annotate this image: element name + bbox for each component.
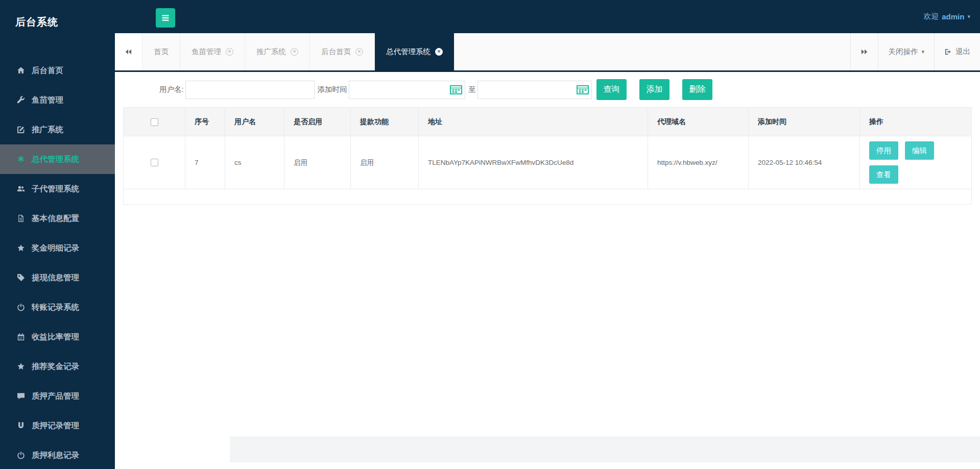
date-from-input[interactable] bbox=[349, 81, 465, 99]
sidebar-item-label: 质押记录管理 bbox=[32, 421, 79, 431]
magnet-icon bbox=[17, 422, 26, 430]
sidebar-item-promotion-system[interactable]: 推广系统 bbox=[0, 115, 115, 144]
column-header-username: 用户名 bbox=[225, 108, 284, 136]
username-filter-label: 用户名: bbox=[159, 85, 184, 94]
row-checkbox[interactable] bbox=[151, 159, 158, 166]
tab-close-icon[interactable]: ✕ bbox=[226, 48, 233, 56]
tabbar: 首页 鱼苗管理 ✕ 推广系统 ✕ 后台首页 ✕ 总代管理系统 ✕ bbox=[115, 33, 980, 72]
comment-icon bbox=[17, 392, 26, 401]
cell-domain: https://v.hbweb.xyz/ bbox=[648, 136, 749, 189]
welcome-user-dropdown[interactable]: 欢迎 admin ▾ bbox=[923, 0, 970, 33]
table-row: 7 cs 启用 启用 TLENbAYp7KAPiNWRBwXFwMfhvDK3D… bbox=[124, 136, 972, 189]
asterisk-icon bbox=[17, 155, 26, 164]
delete-button[interactable]: 删除 bbox=[682, 79, 712, 100]
tab-label: 鱼苗管理 bbox=[192, 47, 221, 57]
double-left-icon bbox=[125, 48, 132, 56]
power-icon bbox=[17, 451, 26, 460]
sidebar-item-general-agent-system[interactable]: 总代管理系统 bbox=[0, 144, 115, 174]
tab-close-icon[interactable]: ✕ bbox=[291, 48, 298, 56]
calendar-picker-icon[interactable] bbox=[450, 85, 462, 94]
double-right-icon bbox=[861, 48, 868, 56]
column-header-domain: 代理域名 bbox=[648, 108, 749, 136]
logout-button[interactable]: 退出 bbox=[934, 33, 980, 70]
edit-icon bbox=[17, 126, 26, 134]
sidebar-item-label: 质押产品管理 bbox=[32, 391, 79, 402]
sidebar-item-withdrawal-info[interactable]: 提现信息管理 bbox=[0, 263, 115, 292]
cell-address: TLENbAYp7KAPiNWRBwXFwMfhvDK3DcUe8d bbox=[419, 136, 648, 189]
tab-label: 推广系统 bbox=[256, 47, 286, 57]
username-input[interactable] bbox=[185, 81, 315, 99]
table-header-row: 序号 用户名 是否启用 提款功能 地址 代理域名 添加时间 操作 bbox=[124, 108, 972, 136]
tab-home[interactable]: 首页 bbox=[142, 33, 180, 70]
sidebar-item-pledge-interest[interactable]: 质押利息记录 bbox=[0, 440, 115, 469]
sidebar-item-referral-bonus-records[interactable]: 推荐奖金记录 bbox=[0, 352, 115, 381]
sidebar-menu: 后台首页 鱼苗管理 推广系统 总代管理系统 子代管理系统 基本信息配置 bbox=[0, 56, 115, 469]
tabbar-spacer bbox=[455, 33, 850, 70]
sidebar-item-pledge-records[interactable]: 质押记录管理 bbox=[0, 411, 115, 440]
logout-label: 退出 bbox=[955, 47, 970, 57]
column-header-actions: 操作 bbox=[860, 108, 972, 136]
tabs-backward-button[interactable] bbox=[115, 33, 142, 70]
page-footer bbox=[230, 437, 980, 462]
sidebar-item-label: 转账记录系统 bbox=[32, 302, 79, 313]
tab-general-agent-system[interactable]: 总代管理系统 ✕ bbox=[375, 33, 455, 70]
close-operations-dropdown[interactable]: 关闭操作 ▾ bbox=[878, 33, 934, 70]
table-empty-row bbox=[124, 189, 972, 205]
cell-enabled: 启用 bbox=[284, 136, 351, 189]
menu-toggle-button[interactable] bbox=[156, 8, 175, 28]
users-icon bbox=[17, 185, 26, 193]
sidebar-item-label: 推荐奖金记录 bbox=[32, 361, 79, 372]
tab-close-icon[interactable]: ✕ bbox=[355, 48, 363, 56]
tabs-forward-button[interactable] bbox=[850, 33, 878, 70]
query-button[interactable]: 查询 bbox=[596, 79, 627, 100]
close-operations-label: 关闭操作 bbox=[888, 47, 918, 57]
file-icon bbox=[17, 214, 26, 223]
hamburger-icon bbox=[161, 13, 170, 22]
sidebar-item-label: 基本信息配置 bbox=[32, 213, 79, 224]
sidebar-item-transfer-records[interactable]: 转账记录系统 bbox=[0, 292, 115, 322]
star-icon bbox=[17, 244, 26, 253]
select-all-checkbox[interactable] bbox=[151, 118, 158, 126]
sidebar-item-label: 鱼苗管理 bbox=[32, 95, 63, 106]
sidebar-item-label: 收益比率管理 bbox=[32, 332, 79, 342]
add-button[interactable]: 添加 bbox=[639, 79, 670, 100]
power-icon bbox=[17, 303, 26, 312]
app-title: 后台系统 bbox=[0, 0, 115, 56]
tab-backend-home[interactable]: 后台首页 ✕ bbox=[310, 33, 375, 70]
agents-table: 序号 用户名 是否启用 提款功能 地址 代理域名 添加时间 操作 7 cs bbox=[123, 107, 972, 205]
main-area: 欢迎 admin ▾ 首页 鱼苗管理 ✕ 推广系统 ✕ 后台首页 ✕ bbox=[115, 0, 980, 469]
sidebar-item-sub-agent-system[interactable]: 子代管理系统 bbox=[0, 174, 115, 204]
column-header-enabled: 是否启用 bbox=[284, 108, 351, 136]
tab-label: 总代管理系统 bbox=[386, 47, 431, 57]
page-content: 用户名: 添加时间 至 查询 添加 删除 bbox=[115, 79, 980, 205]
sidebar-item-label: 推广系统 bbox=[32, 125, 63, 135]
sidebar-item-label: 提现信息管理 bbox=[32, 273, 79, 283]
sidebar-item-basic-info-config[interactable]: 基本信息配置 bbox=[0, 204, 115, 233]
calendar-icon bbox=[17, 333, 26, 341]
sidebar-item-income-ratio[interactable]: 收益比率管理 bbox=[0, 322, 115, 352]
disable-button[interactable]: 停用 bbox=[869, 141, 898, 160]
calendar-picker-icon[interactable] bbox=[577, 85, 589, 94]
star-icon bbox=[17, 362, 26, 371]
sidebar-item-pledge-product[interactable]: 质押产品管理 bbox=[0, 381, 115, 411]
tab-close-icon[interactable]: ✕ bbox=[435, 48, 443, 56]
tab-label: 首页 bbox=[154, 47, 169, 57]
username-label: admin bbox=[942, 12, 964, 21]
home-icon bbox=[17, 66, 26, 75]
sidebar-item-label: 奖金明细记录 bbox=[32, 243, 79, 254]
column-header-withdraw: 提款功能 bbox=[351, 108, 419, 136]
sidebar-item-fry-management[interactable]: 鱼苗管理 bbox=[0, 85, 115, 115]
date-to-input[interactable] bbox=[477, 81, 592, 99]
cell-seq: 7 bbox=[185, 136, 225, 189]
sidebar-item-bonus-detail-records[interactable]: 奖金明细记录 bbox=[0, 233, 115, 263]
tab-fry-management[interactable]: 鱼苗管理 ✕ bbox=[180, 33, 245, 70]
edit-button[interactable]: 编辑 bbox=[905, 141, 934, 160]
view-button[interactable]: 查看 bbox=[869, 165, 898, 184]
tab-promotion-system[interactable]: 推广系统 ✕ bbox=[245, 33, 310, 70]
sidebar-item-label: 质押利息记录 bbox=[32, 450, 79, 461]
cell-withdraw: 启用 bbox=[351, 136, 419, 189]
to-label: 至 bbox=[469, 85, 476, 94]
column-header-added-time: 添加时间 bbox=[749, 108, 860, 136]
sidebar-item-home[interactable]: 后台首页 bbox=[0, 56, 115, 85]
tag-icon bbox=[17, 274, 26, 282]
